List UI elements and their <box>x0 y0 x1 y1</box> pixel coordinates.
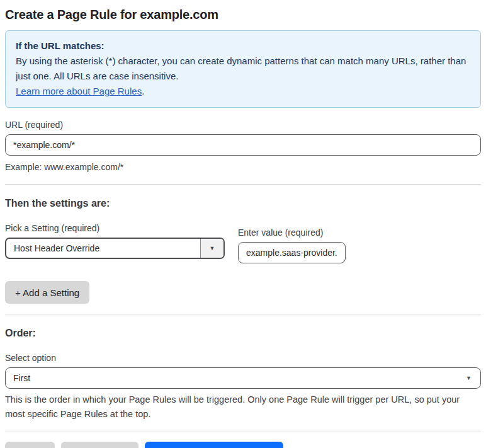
divider <box>5 314 481 314</box>
divider <box>5 432 481 432</box>
url-input[interactable] <box>5 134 481 156</box>
add-setting-button[interactable]: + Add a Setting <box>5 281 89 304</box>
save-and-deploy-button[interactable]: Save and Deploy Page Rule <box>145 442 283 448</box>
setting-picker-group: Pick a Setting (required) Host Header Ov… <box>5 223 225 259</box>
order-select[interactable]: First ▼ <box>5 367 481 389</box>
footer-actions: Cancel Save as Draft Save and Deploy Pag… <box>5 442 481 448</box>
setting-picker-dropdown[interactable]: Host Header Override ▼ <box>5 238 225 259</box>
settings-section-heading: Then the settings are: <box>5 198 481 209</box>
learn-more-link[interactable]: Learn more about Page Rules <box>16 86 142 96</box>
cancel-button[interactable]: Cancel <box>5 442 55 448</box>
order-selected-value: First <box>13 373 30 383</box>
setting-picker-label: Pick a Setting (required) <box>5 223 225 233</box>
order-section-heading: Order: <box>5 328 481 339</box>
url-helper-text: Example: www.example.com/* <box>5 160 481 174</box>
info-box-link-line: Learn more about Page Rules. <box>16 84 470 99</box>
link-suffix: . <box>142 86 144 96</box>
setting-value-label: Enter value (required) <box>238 227 346 238</box>
url-field-group: URL (required) Example: www.example.com/… <box>5 120 481 174</box>
info-box-body: By using the asterisk (*) character, you… <box>16 54 470 84</box>
setting-value-group: Enter value (required) <box>238 227 346 263</box>
url-label: URL (required) <box>5 120 481 130</box>
info-box-heading: If the URL matches: <box>16 38 470 54</box>
create-page-rule-form: Create a Page Rule for example.com If th… <box>0 8 486 448</box>
setting-row: Pick a Setting (required) Host Header Ov… <box>5 223 481 263</box>
page-title: Create a Page Rule for example.com <box>5 8 481 22</box>
order-helper-text: This is the order in which your Page Rul… <box>5 393 481 422</box>
url-match-info-box: If the URL matches: By using the asteris… <box>5 30 481 108</box>
divider <box>5 184 481 185</box>
setting-picker-arrow-button[interactable]: ▼ <box>200 239 223 258</box>
setting-picker-selected-value: Host Header Override <box>6 239 200 258</box>
order-select-label: Select option <box>5 353 481 363</box>
order-select-group: Select option First ▼ This is the order … <box>5 353 481 422</box>
setting-value-input[interactable] <box>238 242 346 263</box>
chevron-down-icon: ▼ <box>210 246 215 251</box>
save-as-draft-button[interactable]: Save as Draft <box>61 442 138 448</box>
chevron-down-icon: ▼ <box>466 376 472 381</box>
